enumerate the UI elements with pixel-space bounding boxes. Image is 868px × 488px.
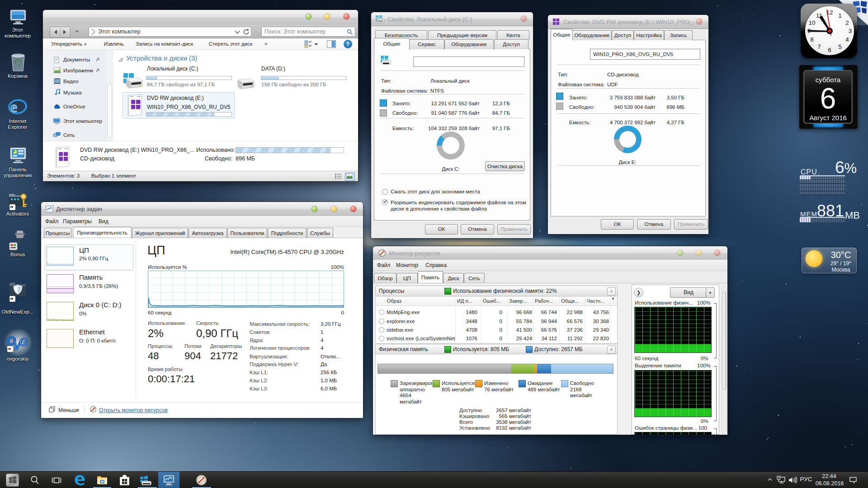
- svg-text:6: 6: [828, 47, 831, 53]
- svg-text:3: 3: [849, 28, 852, 34]
- svg-text:10: 10: [808, 19, 815, 26]
- svg-text:G: G: [19, 336, 28, 348]
- svg-text:e: e: [10, 99, 17, 115]
- svg-text:4: 4: [845, 36, 849, 43]
- svg-text:2: 2: [845, 19, 849, 26]
- svg-text:5: 5: [838, 43, 842, 50]
- svg-text:8: 8: [810, 36, 814, 43]
- svg-text:7: 7: [817, 43, 821, 50]
- svg-text:1: 1: [838, 12, 842, 19]
